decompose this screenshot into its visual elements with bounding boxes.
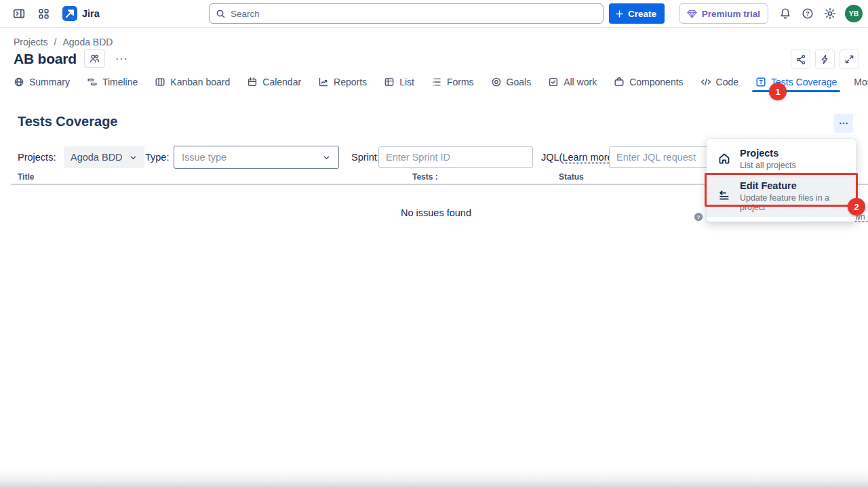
tab-label: All work: [564, 77, 597, 87]
tab-label: Code: [716, 77, 738, 87]
components-icon: [614, 77, 625, 87]
plus-icon: [615, 9, 624, 18]
svg-text:?: ?: [806, 9, 810, 17]
tab-forms[interactable]: Forms: [431, 77, 474, 87]
tab-label: Timeline: [102, 77, 138, 87]
tab-label: Forms: [447, 77, 474, 87]
globe-icon: [14, 77, 24, 87]
breadcrumb: Projects / Agoda BDD: [14, 37, 113, 47]
tab-label: List: [399, 77, 414, 87]
app-name: Jira: [82, 8, 100, 19]
jql-learn-more-link[interactable]: Learn more: [562, 152, 612, 163]
app-switcher-icon[interactable]: [34, 4, 53, 23]
jql-prefix: JQL(: [541, 152, 562, 163]
tab-tests-coverage[interactable]: T Tests Coverage: [755, 77, 837, 87]
menu-item-projects[interactable]: Projects List all projects: [707, 142, 856, 175]
team-members-button[interactable]: [84, 49, 105, 68]
timeline-icon: [87, 77, 98, 87]
column-header-title: Title: [18, 172, 34, 182]
tab-components[interactable]: Components: [614, 77, 683, 87]
tab-kanban-board[interactable]: Kanban board: [155, 77, 230, 87]
title-more-actions[interactable]: ···: [113, 53, 131, 65]
svg-text:T: T: [759, 79, 763, 85]
calendar-icon: [247, 77, 258, 87]
tab-label: Reports: [334, 77, 367, 87]
menu-item-subtitle: List all projects: [740, 161, 796, 170]
projects-filter-value: Agoda BDD: [71, 152, 123, 163]
global-search[interactable]: [209, 3, 604, 24]
chevron-down-icon: [129, 153, 138, 162]
tab-more[interactable]: More 5: [854, 76, 868, 88]
premium-trial-button[interactable]: Premium trial: [679, 3, 768, 24]
board-tabbar: Summary Timeline Kanban board Calendar R…: [14, 72, 868, 92]
tab-summary[interactable]: Summary: [14, 77, 70, 87]
settings-gear-icon[interactable]: [821, 4, 840, 23]
board-columns-icon: [155, 77, 165, 87]
search-icon: [216, 9, 226, 19]
share-icon: [795, 54, 806, 65]
annotation-step-1-badge: 1: [769, 83, 787, 100]
projects-filter-label: Projects:: [18, 152, 56, 163]
column-header-status: Status: [559, 172, 584, 182]
premium-diamond-icon: [687, 9, 697, 19]
reports-chart-icon: [318, 77, 329, 87]
type-filter-label: Type:: [145, 152, 169, 163]
expand-icon: [844, 54, 854, 64]
menu-item-title: Edit Feature: [740, 180, 850, 192]
home-icon: [717, 152, 731, 165]
chevron-down-icon: [322, 153, 331, 162]
tests-coverage-more-actions-button[interactable]: [834, 114, 853, 133]
people-icon: [89, 53, 100, 64]
page-title: AB board: [14, 51, 77, 67]
tab-code[interactable]: Code: [701, 77, 738, 87]
tab-reports[interactable]: Reports: [318, 77, 367, 87]
tab-list[interactable]: List: [384, 77, 414, 87]
create-label: Create: [628, 9, 656, 19]
jira-logo[interactable]: Jira: [62, 6, 100, 21]
sidebar-toggle-icon[interactable]: [9, 4, 28, 23]
premium-trial-label: Premium trial: [702, 9, 760, 19]
search-input[interactable]: [231, 9, 597, 19]
sprint-filter-label: Sprint:: [351, 152, 380, 163]
fullscreen-button[interactable]: [840, 49, 859, 69]
create-button[interactable]: Create: [609, 3, 665, 24]
tab-label: Calendar: [262, 77, 301, 87]
breadcrumb-projects-link[interactable]: Projects: [14, 37, 48, 47]
goals-target-icon: [491, 77, 502, 87]
breadcrumb-separator: /: [54, 37, 57, 47]
tab-all-work[interactable]: All work: [548, 77, 597, 87]
help-icon[interactable]: ?: [798, 4, 817, 23]
menu-item-edit-feature[interactable]: Edit Feature Update feature files in a p…: [707, 175, 856, 217]
notifications-bell-icon[interactable]: [776, 4, 795, 23]
menu-item-title: Projects: [740, 147, 796, 159]
projects-filter-dropdown[interactable]: Agoda BDD: [64, 146, 144, 168]
top-navbar: Jira Create Premium trial: [0, 0, 868, 28]
all-work-icon: [548, 77, 559, 87]
menu-item-subtitle: Update feature files in a project: [740, 193, 850, 212]
breadcrumb-board-link[interactable]: Agoda BDD: [62, 37, 113, 47]
tab-label: Goals: [507, 77, 532, 87]
list-grid-icon: [384, 77, 395, 87]
user-avatar[interactable]: YB: [845, 5, 863, 22]
issue-type-select[interactable]: Issue type: [174, 146, 339, 169]
tab-timeline[interactable]: Timeline: [87, 77, 138, 87]
page-heading: Tests Coverage: [18, 114, 117, 129]
forms-lines-icon: [431, 77, 442, 87]
annotation-step-2-badge: 2: [848, 198, 865, 216]
automation-button[interactable]: [815, 49, 835, 69]
tab-goals[interactable]: Goals: [491, 77, 532, 87]
tab-label: Components: [629, 77, 683, 87]
lightning-icon: [820, 54, 830, 64]
tab-label: Summary: [29, 77, 70, 87]
tab-label: Kanban board: [170, 77, 230, 87]
sprint-id-input[interactable]: [378, 146, 533, 168]
issue-type-placeholder: Issue type: [182, 152, 322, 163]
ellipsis-icon: [838, 118, 849, 129]
share-button[interactable]: [791, 49, 810, 69]
jql-filter-label: JQL(Learn more):: [541, 152, 618, 163]
actions-dropdown-menu: Projects List all projects Edit Feature …: [707, 139, 856, 222]
jira-tests-coverage-page: Jira Create Premium trial: [0, 0, 868, 488]
edit-feature-icon: [717, 189, 731, 203]
more-label: More: [854, 77, 868, 87]
tab-calendar[interactable]: Calendar: [247, 77, 301, 87]
